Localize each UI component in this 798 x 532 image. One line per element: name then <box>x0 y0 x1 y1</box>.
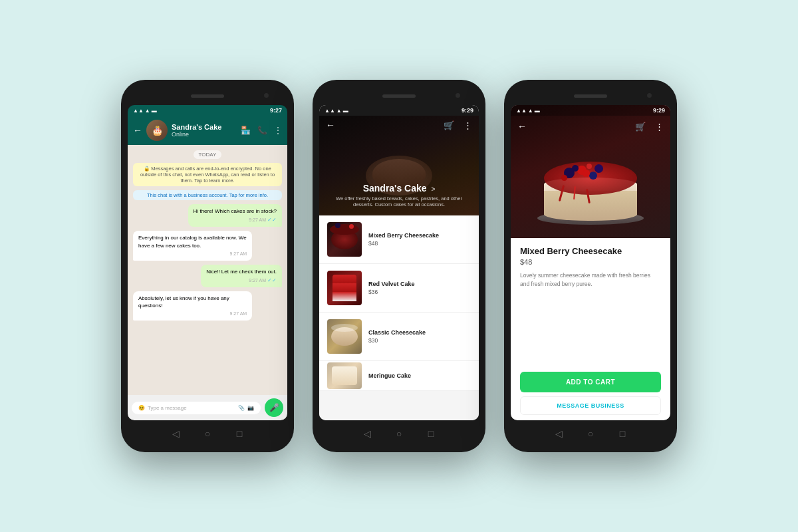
wifi-icon-1: ▲ <box>145 108 150 114</box>
msg-incoming-1: Everything in our catalog is available n… <box>133 231 252 260</box>
msg-ticks-2: ✓✓ <box>267 277 277 283</box>
product-hero: ← 🛒 ⋮ <box>511 105 670 238</box>
recents-nav-btn-1[interactable]: □ <box>233 428 245 440</box>
mic-icon: 🎤 <box>269 403 279 412</box>
business-tap[interactable]: This chat is with a business account. Ta… <box>133 190 282 200</box>
msg-time-4: 9:27 AM <box>138 311 247 317</box>
more-icon-product[interactable]: ⋮ <box>655 122 664 132</box>
phone-top-bar-3 <box>511 89 670 102</box>
back-nav-btn-1[interactable]: ◁ <box>170 428 182 440</box>
chat-header: ← 🎂 Sandra's Cake Online 🏪 📞 ⋮ <box>128 116 287 145</box>
product-info: Mixed Berry Cheesecake $48 Lovely summer… <box>511 238 670 364</box>
recents-nav-btn-3[interactable]: □ <box>616 428 628 440</box>
back-icon-catalog[interactable]: ← <box>326 120 335 130</box>
phone-bottom-bar-3: ◁ ○ □ <box>511 424 670 443</box>
system-msg: 🔒 Messages and calls are end-to-end encr… <box>133 163 282 186</box>
contact-name: Sandra's Cake <box>172 123 237 131</box>
battery-icon-2: ▬ <box>343 108 348 114</box>
item-info-4: Meringue Cake <box>368 372 471 379</box>
cart-icon-catalog[interactable]: 🛒 <box>444 120 454 130</box>
chat-header-info: Sandra's Cake Online <box>172 123 237 138</box>
time-2: 9:29 <box>462 107 473 114</box>
item-name-3: Classic Cheesecake <box>368 329 471 336</box>
phone-screen-3: ▲▲ ▲ ▬ 9:29 <box>511 105 670 420</box>
more-icon-chat[interactable]: ⋮ <box>274 126 282 135</box>
message-input[interactable]: 😊 Type a message 📎 📷 <box>132 402 261 414</box>
home-nav-btn-3[interactable]: ○ <box>585 428 597 440</box>
phone-bottom-bar-2: ◁ ○ □ <box>319 424 479 443</box>
speaker-3 <box>574 94 607 98</box>
time-3: 9:29 <box>653 107 665 114</box>
catalog-body: Mixed Berry Cheesecake $48 Red Velvet Ca… <box>319 215 479 420</box>
product-name: Mixed Berry Cheesecake <box>520 246 661 256</box>
phone-chat: ▲▲ ▲ ▬ 9:27 ← 🎂 Sandra's Cake Online 🏪 <box>121 80 294 452</box>
meringue-img <box>327 362 362 389</box>
msg-text-1: Hi there! Which cakes are in stock? <box>194 208 277 214</box>
emoji-icon[interactable]: 😊 <box>138 405 145 411</box>
phone-screen-1: ▲▲ ▲ ▬ 9:27 ← 🎂 Sandra's Cake Online 🏪 <box>128 105 287 420</box>
placeholder-text: Type a message <box>148 405 187 411</box>
wifi-icon-2: ▲ <box>336 108 342 114</box>
item-img-1 <box>327 222 362 257</box>
store-icon[interactable]: 🏪 <box>241 126 251 135</box>
item-info-3: Classic Cheesecake $30 <box>368 329 471 344</box>
cart-icon-product[interactable]: 🛒 <box>635 122 646 132</box>
item-price-1: $48 <box>368 240 471 247</box>
catalog-item-1[interactable]: Mixed Berry Cheesecake $48 <box>319 215 479 264</box>
back-icon-chat[interactable]: ← <box>133 125 142 136</box>
item-name-1: Mixed Berry Cheesecake <box>368 232 471 239</box>
more-icon-catalog[interactable]: ⋮ <box>464 120 472 130</box>
phone-top-bar-2 <box>319 89 479 102</box>
msg-text-2: Everything in our catalog is available n… <box>138 235 247 248</box>
item-info-1: Mixed Berry Cheesecake $48 <box>368 232 471 247</box>
status-bar-2: ▲▲ ▲ ▬ 9:29 <box>319 105 479 116</box>
add-to-cart-button[interactable]: ADD TO CART <box>520 372 661 392</box>
home-nav-btn-2[interactable]: ○ <box>393 428 405 440</box>
product-description: Lovely summer cheesecake made with fresh… <box>520 271 661 289</box>
chat-header-icons: 🏪 📞 ⋮ <box>241 126 282 135</box>
status-bar-1: ▲▲ ▲ ▬ 9:27 <box>128 105 287 116</box>
store-description: We offer freshly baked breads, cakes, pa… <box>319 196 479 207</box>
msg-text-4: Absolutely, let us know if you have any … <box>138 295 229 309</box>
item-img-2 <box>327 271 362 305</box>
contact-status: Online <box>172 131 237 138</box>
phone-icon[interactable]: 📞 <box>257 126 267 135</box>
product-hero-nav: ← 🛒 ⋮ <box>511 117 670 136</box>
mixed-berry-img <box>327 222 362 257</box>
wifi-icon-3: ▲ <box>528 108 533 114</box>
red-velvet-img <box>327 271 362 305</box>
recents-nav-btn-2[interactable]: □ <box>425 428 437 440</box>
msg-outgoing-2: Nice!! Let me check them out. 9:27 AM ✓✓ <box>201 265 282 287</box>
mic-button[interactable]: 🎤 <box>265 398 283 417</box>
camera-dot-3 <box>647 93 652 98</box>
msg-time-3: 9:27 AM ✓✓ <box>206 277 277 284</box>
msg-outgoing-1: Hi there! Which cakes are in stock? 9:27… <box>188 204 282 227</box>
item-name-4: Meringue Cake <box>368 372 471 379</box>
classic-img <box>327 319 362 354</box>
attach-icon[interactable]: 📎 <box>238 405 245 411</box>
item-img-3 <box>327 319 362 354</box>
camera-dot-2 <box>456 93 460 98</box>
item-price-3: $30 <box>368 337 471 344</box>
phone-bottom-bar-1: ◁ ○ □ <box>128 424 287 443</box>
home-nav-btn-1[interactable]: ○ <box>201 428 213 440</box>
back-icon-product[interactable]: ← <box>517 121 527 132</box>
msg-ticks-1: ✓✓ <box>267 217 277 223</box>
catalog-hero: ← 🛒 ⋮ Sandra's Cake > We offer freshly b… <box>319 116 479 215</box>
status-icons-2: ▲▲ ▲ ▬ <box>325 108 348 114</box>
msg-time-1: 9:27 AM ✓✓ <box>194 216 277 223</box>
message-business-button[interactable]: MESSAGE BUSINESS <box>520 396 661 415</box>
back-nav-btn-2[interactable]: ◁ <box>361 428 373 440</box>
msg-text-3: Nice!! Let me check them out. <box>206 269 277 275</box>
camera-icon[interactable]: 📷 <box>247 405 254 411</box>
time-1: 9:27 <box>270 107 282 114</box>
status-icons-3: ▲▲ ▲ ▬ <box>516 108 540 114</box>
catalog-item-3[interactable]: Classic Cheesecake $30 <box>319 313 479 361</box>
item-name-2: Red Velvet Cake <box>368 281 471 287</box>
date-label: TODAY <box>194 150 222 159</box>
catalog-item-2[interactable]: Red Velvet Cake $36 <box>319 264 479 313</box>
phone-product: ▲▲ ▲ ▬ 9:29 <box>504 80 677 452</box>
catalog-item-4[interactable]: Meringue Cake <box>319 361 479 391</box>
back-nav-btn-3[interactable]: ◁ <box>553 428 565 440</box>
status-bar-3: ▲▲ ▲ ▬ 9:29 <box>511 105 670 116</box>
